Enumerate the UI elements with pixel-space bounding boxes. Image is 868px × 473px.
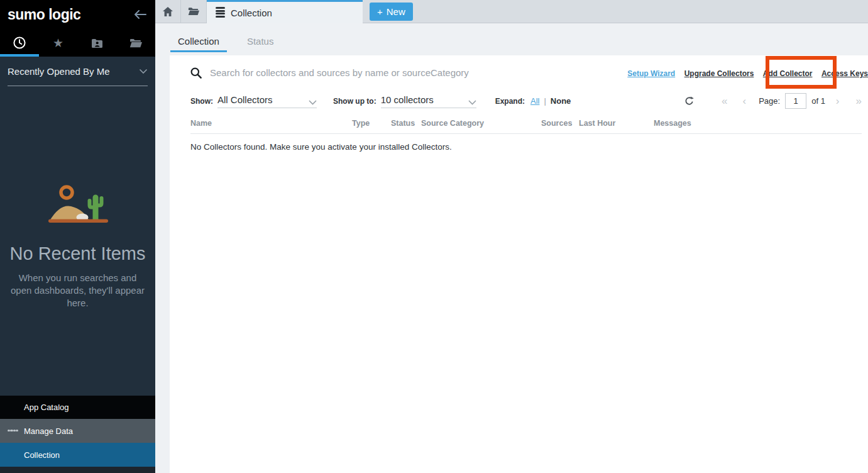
refresh-button[interactable] <box>684 96 694 106</box>
sidebar-item-label: Collection <box>24 450 60 460</box>
folder-open-icon <box>129 38 142 48</box>
collection-panel: Setup Wizard Upgrade Collectors Add Coll… <box>170 55 868 473</box>
chevron-down-icon <box>139 69 148 74</box>
empty-state-title: No Recent Items <box>10 243 146 264</box>
column-header-name[interactable]: Name <box>190 119 352 128</box>
collectors-table-header: Name Type Status Source Category Sources… <box>190 119 862 134</box>
subtab-collection[interactable]: Collection <box>170 36 227 52</box>
expand-all-link[interactable]: All <box>530 96 539 106</box>
app-root: sumo logic ★ <box>0 0 868 473</box>
sidebar-tab-library[interactable] <box>116 29 155 57</box>
sidebar-icon-nav: ★ <box>0 29 155 57</box>
plus-icon: + <box>377 6 383 17</box>
sidebar-tab-recents[interactable] <box>0 29 39 57</box>
recent-filter-label: Recently Opened By Me <box>8 66 110 77</box>
clock-icon <box>13 36 26 50</box>
expand-separator: | <box>544 96 546 106</box>
show-up-to-label: Show up to: <box>333 97 376 106</box>
access-keys-link[interactable]: Access Keys <box>821 69 868 78</box>
empty-state-description: When you run searches and open dashboard… <box>9 272 147 309</box>
setup-wizard-link[interactable]: Setup Wizard <box>627 69 675 78</box>
empty-table-message: No Collectors found. Make sure you activ… <box>190 142 868 152</box>
show-select[interactable]: All Collectors <box>217 94 317 108</box>
sidebar-tab-favorites[interactable]: ★ <box>39 29 78 57</box>
prev-page-button[interactable]: ‹ <box>743 96 747 106</box>
tab-label: Collection <box>231 8 272 18</box>
folder-open-icon <box>188 7 199 16</box>
logo-bar: sumo logic <box>0 0 155 29</box>
chevron-down-icon <box>468 100 476 105</box>
page-of-label: of 1 <box>811 96 825 106</box>
sumo-logic-logo: sumo logic <box>8 6 80 23</box>
expand-none-link[interactable]: None <box>551 96 571 106</box>
show-up-to-select[interactable]: 10 collectors <box>381 94 476 108</box>
column-header-status[interactable]: Status <box>391 119 421 128</box>
sidebar-menu-filler <box>0 467 155 473</box>
subtab-bar: Collection Status <box>155 23 868 55</box>
column-header-source-category[interactable]: Source Category <box>421 119 541 128</box>
database-icon <box>216 7 225 18</box>
next-page-button[interactable]: › <box>836 96 840 106</box>
page-label: Page: <box>759 96 780 106</box>
search-input[interactable] <box>210 67 512 78</box>
last-page-button[interactable]: » <box>856 96 862 106</box>
expand-label: Expand: <box>495 97 525 106</box>
sidebar-item-app-catalog[interactable]: App Catalog <box>0 396 155 419</box>
show-select-value: All Collectors <box>217 94 273 105</box>
sidebar-item-manage-data[interactable]: Manage Data <box>0 419 155 443</box>
active-tab-indicator <box>0 54 39 57</box>
search-icon <box>190 67 202 79</box>
desert-illustration <box>41 182 115 227</box>
show-up-to-select-value: 10 collectors <box>381 94 434 105</box>
show-label: Show: <box>190 97 213 106</box>
recent-filter-dropdown[interactable]: Recently Opened By Me <box>8 57 148 86</box>
upgrade-collectors-link[interactable]: Upgrade Collectors <box>684 69 754 78</box>
column-header-sources[interactable]: Sources <box>541 119 579 128</box>
library-tab-button[interactable] <box>181 0 207 23</box>
home-icon <box>163 7 173 16</box>
folder-user-icon <box>91 38 103 48</box>
first-page-button[interactable]: « <box>722 96 727 106</box>
chevron-down-icon <box>309 100 317 105</box>
main-area: Collection + New Collection Status Setup… <box>155 0 868 473</box>
column-header-last-hour[interactable]: Last Hour <box>579 119 654 128</box>
tab-collection[interactable]: Collection <box>207 0 363 23</box>
collapse-sidebar-button[interactable] <box>134 10 146 19</box>
sidebar-item-label: Manage Data <box>24 426 73 436</box>
home-tab-button[interactable] <box>155 0 181 23</box>
database-icon <box>8 430 18 433</box>
new-button-label: New <box>387 6 405 17</box>
back-arrow-icon <box>134 10 146 19</box>
filter-controls-row: Show: All Collectors Show up to: 10 coll… <box>190 91 868 111</box>
sidebar-tab-personal-folder[interactable] <box>78 29 117 57</box>
column-header-type[interactable]: Type <box>352 119 391 128</box>
star-icon: ★ <box>53 37 63 49</box>
new-button[interactable]: + New <box>370 3 413 21</box>
recent-empty-state: No Recent Items When you run searches an… <box>0 182 155 309</box>
pagination-controls: « ‹ Page: of 1 › » <box>684 93 862 109</box>
page-number-input[interactable] <box>785 93 806 109</box>
top-tab-bar: Collection + New <box>155 0 868 23</box>
sidebar: sumo logic ★ <box>0 0 155 473</box>
subtab-status[interactable]: Status <box>239 36 282 52</box>
column-header-messages[interactable]: Messages <box>654 119 710 128</box>
sidebar-bottom-menu: App Catalog Manage Data Collection <box>0 396 155 473</box>
toolbar-links: Setup Wizard Upgrade Collectors Add Coll… <box>621 67 868 79</box>
sidebar-item-label: App Catalog <box>24 403 69 412</box>
refresh-icon <box>684 96 694 106</box>
add-collector-link[interactable]: Add Collector <box>763 69 813 78</box>
sidebar-item-collection[interactable]: Collection <box>0 443 155 467</box>
